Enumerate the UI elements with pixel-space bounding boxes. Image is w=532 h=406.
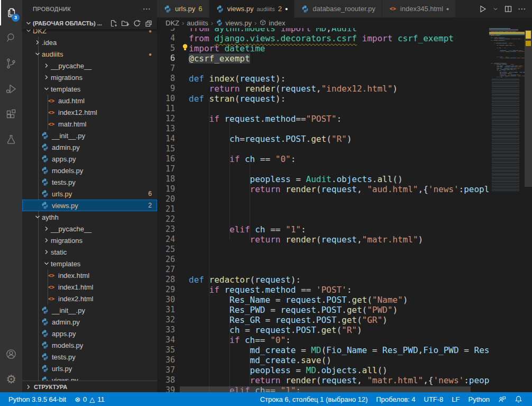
tree-item-models.py[interactable]: models.py — [22, 165, 157, 176]
encoding-item[interactable]: UTF-8 — [420, 392, 448, 406]
tab-urls.py[interactable]: urls.py6 — [157, 0, 209, 17]
run-debug-activity-icon[interactable] — [0, 76, 22, 102]
code-line-13[interactable]: 13 — [157, 124, 489, 134]
tree-item-templates[interactable]: templates — [22, 258, 157, 269]
vertical-scrollbar-thumb[interactable] — [525, 30, 532, 187]
tree-item-apps.py[interactable]: apps.py — [22, 328, 157, 339]
tree-item-__pycache__[interactable]: __pycache__ — [22, 60, 157, 71]
cursor-position-item[interactable]: Строка 6, столбец 1 (выбрано 12) — [256, 392, 372, 406]
horizontal-scrollbar-thumb[interactable] — [180, 386, 471, 392]
tree-item-apps.py[interactable]: apps.py — [22, 153, 157, 165]
more-actions-icon[interactable]: ⋯ — [518, 4, 526, 14]
code-line-33[interactable]: 33 ch = request.POST.get("R") — [157, 325, 489, 335]
code-line-3[interactable]: 3from aythh.models import MD,Audit — [157, 28, 489, 33]
new-file-icon[interactable] — [109, 19, 118, 28]
minimap[interactable]: from aythh.models import MD,Auditfrom dj… — [489, 28, 525, 392]
run-python-file-icon[interactable] — [479, 5, 487, 13]
refresh-icon[interactable] — [133, 19, 141, 28]
code-line-9[interactable]: 9 return render(request,"index12.html") — [157, 84, 489, 94]
code-line-21[interactable]: 21 — [157, 204, 489, 214]
explorer-activity-icon[interactable]: 3 — [0, 0, 22, 25]
explorer-more-actions-icon[interactable]: ⋯ — [143, 4, 151, 14]
tree-item-index2.html[interactable]: <>index2.html — [22, 293, 157, 304]
breadcrumb-item-index[interactable]: index — [259, 19, 285, 27]
code-line-35[interactable]: 35 md_create = MD(Fio_Name = Res_PWD,Fio… — [157, 345, 489, 355]
code-line-34[interactable]: 34 if ch== "0": — [157, 335, 489, 345]
code-line-25[interactable]: 25 — [157, 245, 489, 255]
code-line-14[interactable]: 14 ch=request.POST.get("R") — [157, 134, 489, 144]
tree-item-index12.html[interactable]: <>index12.html — [22, 106, 157, 118]
tree-item-admin.py[interactable]: admin.py — [22, 141, 157, 153]
outline-section-header[interactable]: СТРУКТУРА — [22, 381, 157, 392]
collapse-all-icon[interactable] — [144, 19, 153, 28]
code-line-15[interactable]: 15 — [157, 144, 489, 154]
tree-item-__init__.py[interactable]: __init__.py — [22, 130, 157, 141]
tree-item-matr.html[interactable]: <>matr.html — [22, 118, 157, 130]
tree-item-admin.py[interactable]: admin.py — [22, 316, 157, 328]
language-mode-item[interactable]: Python — [464, 392, 494, 406]
tree-item-views.py[interactable]: views.py — [22, 374, 157, 381]
tree-item-index.html[interactable]: <>index.html — [22, 269, 157, 281]
tab-views.py[interactable]: views.pyaudiiits2● — [209, 0, 295, 17]
editor-content[interactable]: 3from aythh.models import MD,Audit4from … — [157, 28, 532, 392]
breadcrumb-item-audiiits[interactable]: audiiits — [187, 19, 208, 27]
code-line-18[interactable]: 18 peopless = Audit.objects.all() — [157, 174, 489, 184]
tree-item-models.py[interactable]: models.py — [22, 339, 157, 351]
new-folder-icon[interactable] — [121, 19, 130, 28]
feedback-item[interactable] — [494, 392, 510, 406]
notifications-item[interactable] — [510, 392, 527, 406]
account-icon[interactable] — [0, 341, 22, 367]
code-line-26[interactable]: 26 — [157, 255, 489, 265]
breadcrumb-item-DKZ[interactable]: DKZ — [166, 19, 179, 27]
source-control-activity-icon[interactable] — [0, 51, 22, 76]
lightbulb-icon[interactable] — [181, 43, 189, 51]
code-line-11[interactable]: 11 — [157, 104, 489, 114]
code-line-31[interactable]: 31 Res_PWD = request.POST.get("PWD") — [157, 305, 489, 315]
tree-item-.idea[interactable]: .idea — [22, 37, 157, 48]
code-line-29[interactable]: 29 if request.method == 'POST': — [157, 285, 489, 295]
indentation-item[interactable]: Пробелов: 4 — [372, 392, 419, 406]
tree-item-aud.html[interactable]: <>aud.html — [22, 95, 157, 106]
code-line-38[interactable]: 38 return render(request, "matr.html",{'… — [157, 375, 489, 385]
tree-item-aythh[interactable]: aythh — [22, 211, 157, 223]
extensions-activity-icon[interactable] — [0, 102, 22, 127]
tree-item-static[interactable]: static — [22, 246, 157, 258]
problems-item[interactable]: ⊗ 0 △ 11 — [70, 392, 109, 406]
testing-activity-icon[interactable] — [0, 127, 22, 152]
code-line-4[interactable]: 4from django.views.decorators.csrf impor… — [157, 33, 489, 43]
search-activity-icon[interactable] — [0, 25, 22, 51]
tree-item-audiiits[interactable]: audiiits● — [22, 48, 157, 60]
tab-index345.html[interactable]: <>index345.html● — [382, 0, 456, 17]
tree-item-__pycache__[interactable]: __pycache__ — [22, 223, 157, 234]
code-line-16[interactable]: 16 if ch == "0": — [157, 154, 489, 164]
code-line-8[interactable]: 8def index(request): — [157, 74, 489, 84]
code-line-20[interactable]: 20 — [157, 194, 489, 204]
code-line-6[interactable]: 6@csrf_exempt — [157, 53, 489, 64]
code-line-30[interactable]: 30 Res_Name = request.POST.get("Name") — [157, 295, 489, 305]
breadcrumb-item-views.py[interactable]: views.py — [216, 19, 252, 27]
code-line-17[interactable]: 17 — [157, 164, 489, 174]
code-line-7[interactable]: 7 — [157, 64, 489, 74]
python-interpreter-item[interactable]: Python 3.9.5 64-bit — [4, 392, 70, 406]
code-line-24[interactable]: 24 return render(request,"matr.html") — [157, 234, 489, 245]
tree-item-__init__.py[interactable]: __init__.py — [22, 304, 157, 316]
split-editor-icon[interactable] — [504, 5, 512, 13]
code-line-22[interactable]: 22 — [157, 214, 489, 224]
code-line-23[interactable]: 23 elif ch == "1": — [157, 224, 489, 234]
tree-item-DKZ[interactable]: DKZ● — [22, 29, 157, 37]
tree-item-urls.py[interactable]: urls.py6 — [22, 188, 157, 200]
tree-item-tests.py[interactable]: tests.py — [22, 351, 157, 363]
code-line-12[interactable]: 12 if request.method=="POST": — [157, 114, 489, 124]
tree-item-tests.py[interactable]: tests.py — [22, 176, 157, 188]
settings-gear-icon[interactable]: ⚙ — [0, 367, 22, 392]
code-line-27[interactable]: 27 — [157, 265, 489, 275]
tree-item-urls.py[interactable]: urls.py — [22, 363, 157, 374]
tree-item-index1.html[interactable]: <>index1.html — [22, 281, 157, 293]
code-line-10[interactable]: 10def stran(request): — [157, 94, 489, 104]
tree-item-templates[interactable]: templates — [22, 83, 157, 95]
code-line-19[interactable]: 19 return render(request, "aud.html",{'n… — [157, 184, 489, 194]
eol-item[interactable]: LF — [447, 392, 464, 406]
tree-item-migrations[interactable]: migrations — [22, 234, 157, 246]
code-line-32[interactable]: 32 Res_GR = request.POST.get("GR") — [157, 315, 489, 325]
code-line-5[interactable]: 5import datetime — [157, 43, 489, 53]
